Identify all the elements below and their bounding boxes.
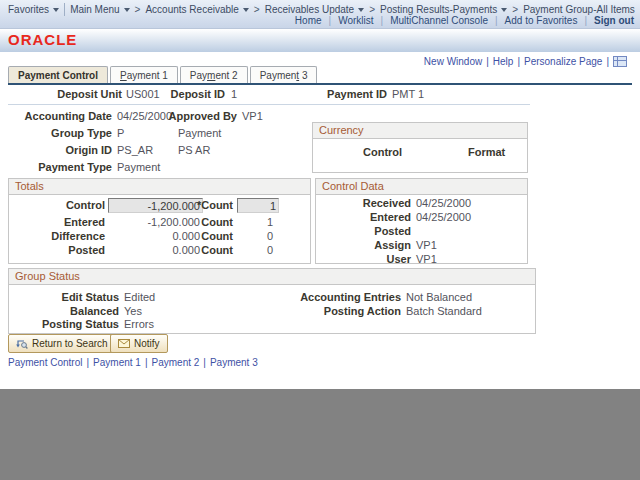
- assign-label: Assign: [316, 239, 411, 251]
- dropdown-arrow-icon: [53, 8, 59, 12]
- entered-count-label: Count: [159, 216, 233, 228]
- favorites-menu[interactable]: Favorites: [8, 4, 59, 15]
- utility-separator: |: [329, 15, 332, 26]
- edit-status-value: Edited: [124, 291, 155, 303]
- dropdown-arrow-icon: [358, 8, 364, 12]
- entered-amount-label: Entered: [9, 216, 105, 228]
- breadcrumb-label: Accounts Receivable: [145, 4, 238, 15]
- tab-label: Paymen: [260, 70, 297, 81]
- origin-id-description: PS AR: [178, 144, 210, 156]
- group-type-description: Payment: [178, 127, 221, 139]
- posted-count-value: 0: [239, 244, 273, 256]
- group-status-groupbox-title: Group Status: [9, 269, 535, 285]
- breadcrumb-separator: >: [369, 4, 375, 15]
- payment-id-value: PMT 1: [392, 88, 424, 100]
- currency-groupbox-title: Currency: [313, 123, 527, 139]
- currency-groupbox: Currency Control Format: [312, 122, 528, 173]
- dropdown-arrow-icon: [243, 8, 249, 12]
- entered-count-value: 1: [239, 216, 273, 228]
- main-menu[interactable]: Main Menu: [70, 4, 129, 15]
- accounting-entries-label: Accounting Entries: [259, 291, 401, 303]
- posting-status-label: Posting Status: [9, 318, 119, 330]
- tab-label: ayment 1: [127, 70, 168, 81]
- return-magnifier-icon: [16, 338, 28, 350]
- accounting-date-label: Accounting Date: [0, 110, 112, 122]
- header-separator: [8, 104, 530, 105]
- user-label: User: [316, 253, 411, 265]
- control-count-label: *Count: [159, 199, 233, 211]
- totals-groupbox: Totals Control *Count Entered -1,200.000…: [8, 178, 311, 264]
- worklist-link[interactable]: Worklist: [338, 15, 373, 26]
- tab-label: 3: [299, 70, 307, 81]
- breadcrumb-divider: [64, 3, 65, 16]
- footer-link-separator: |: [86, 357, 89, 368]
- utility-nav: Home | Worklist | MultiChannel Console |…: [295, 15, 634, 26]
- utility-separator: |: [584, 15, 587, 26]
- balanced-label: Balanced: [9, 305, 119, 317]
- multichannel-console-link[interactable]: MultiChannel Console: [390, 15, 488, 26]
- posted-amount-label: Posted: [9, 244, 105, 256]
- payment-type-label: Payment Type: [0, 161, 112, 173]
- posted-count-label: Count: [159, 244, 233, 256]
- posting-action-value: Batch Standard: [406, 305, 482, 317]
- group-status-groupbox: Group Status Edit Status Edited Accounti…: [8, 268, 536, 334]
- tab-label: Pay: [190, 70, 207, 81]
- breadcrumb-separator: >: [135, 4, 141, 15]
- breadcrumb-separator: >: [512, 4, 518, 15]
- favorites-label: Favorites: [8, 4, 49, 15]
- breadcrumb-label: Receivables Update: [265, 4, 355, 15]
- peoplesoft-window: Favorites Main Menu > Accounts Receivabl…: [0, 0, 640, 480]
- group-type-label: Group Type: [0, 127, 112, 139]
- tab-payment-2[interactable]: Payment 2: [180, 66, 248, 83]
- currency-format-label: Format: [468, 146, 505, 158]
- posted-label: Posted: [316, 225, 411, 237]
- footer-link-separator: |: [203, 357, 206, 368]
- difference-count-value: 0: [239, 230, 273, 242]
- approved-by-value: VP1: [242, 110, 263, 122]
- branding-band: ORACLE: [0, 29, 640, 52]
- breadcrumb-posting-results-payments[interactable]: Posting Results-Payments: [380, 4, 507, 15]
- utility-separator: |: [381, 15, 384, 26]
- notify-label: Notify: [134, 338, 160, 349]
- desktop-background: [0, 389, 640, 480]
- difference-amount-label: Difference: [9, 230, 105, 242]
- tab-payment-control[interactable]: Payment Control: [8, 66, 108, 83]
- breadcrumb-accounts-receivable[interactable]: Accounts Receivable: [145, 4, 248, 15]
- add-to-favorites-link[interactable]: Add to Favorites: [505, 15, 578, 26]
- control-data-groupbox-title: Control Data: [316, 179, 527, 195]
- footer-link-payment-1[interactable]: Payment 1: [93, 357, 141, 368]
- group-type-value: P: [117, 127, 124, 139]
- home-link[interactable]: Home: [295, 15, 322, 26]
- footer-link-separator: |: [145, 357, 148, 368]
- received-value: 04/25/2000: [416, 197, 471, 209]
- component-tabs: Payment Control Payment 1 Payment 2 Paym…: [8, 66, 632, 85]
- currency-control-label: Control: [363, 146, 402, 158]
- footer-link-payment-2[interactable]: Payment 2: [152, 357, 200, 368]
- notify-button[interactable]: Notify: [110, 334, 168, 353]
- portal-header: Favorites Main Menu > Accounts Receivabl…: [0, 0, 640, 29]
- user-value: VP1: [416, 253, 437, 265]
- control-amount-label: Control: [9, 199, 105, 211]
- sign-out-link[interactable]: Sign out: [594, 15, 634, 26]
- breadcrumb-receivables-update[interactable]: Receivables Update: [265, 4, 365, 15]
- tab-payment-1[interactable]: Payment 1: [110, 66, 178, 83]
- return-to-search-label: Return to Search: [32, 338, 108, 349]
- received-label: Received: [316, 197, 411, 209]
- footer-link-payment-control[interactable]: Payment Control: [8, 357, 82, 368]
- posting-status-value: Errors: [124, 318, 154, 330]
- edit-status-label: Edit Status: [9, 291, 119, 303]
- deposit-unit-label: Deposit Unit: [20, 88, 122, 100]
- origin-id-value: PS_AR: [117, 144, 153, 156]
- return-to-search-button[interactable]: Return to Search: [8, 334, 116, 353]
- tab-label: ent 2: [215, 70, 237, 81]
- dropdown-arrow-icon: [124, 8, 130, 12]
- posting-action-label: Posting Action: [259, 305, 401, 317]
- approved-by-label: Approved By: [147, 110, 237, 122]
- oracle-logo: ORACLE: [8, 31, 77, 48]
- accounting-entries-value: Not Balanced: [406, 291, 472, 303]
- utility-separator: |: [495, 15, 498, 26]
- control-count-input[interactable]: [237, 198, 279, 213]
- difference-count-label: Count: [159, 230, 233, 242]
- tab-payment-3[interactable]: Payment 3: [250, 66, 318, 83]
- footer-link-payment-3[interactable]: Payment 3: [210, 357, 258, 368]
